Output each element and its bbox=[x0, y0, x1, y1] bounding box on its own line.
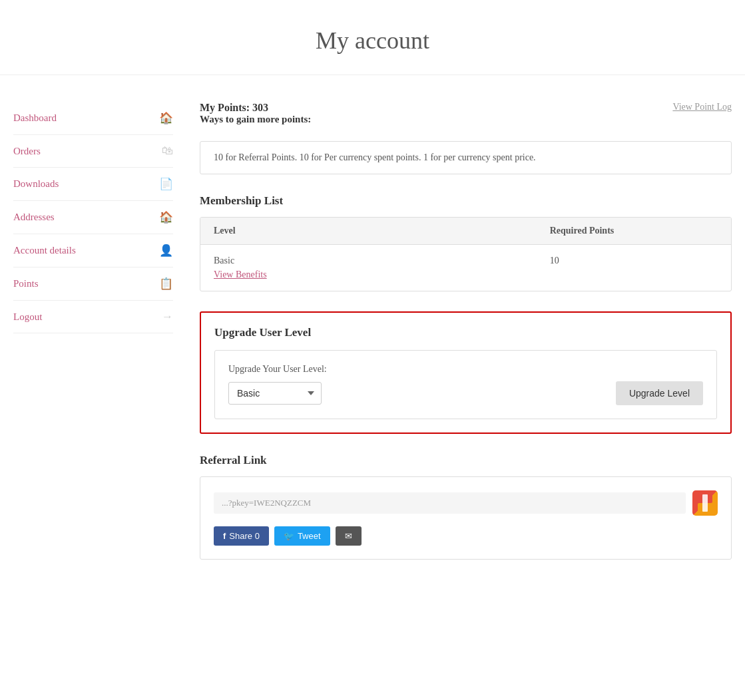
sidebar-item-orders[interactable]: Orders 🛍 bbox=[13, 135, 173, 168]
addresses-icon: 🏠 bbox=[159, 210, 173, 224]
cell-level: Basic View Benefits bbox=[214, 256, 550, 280]
col-level: Level bbox=[214, 226, 550, 236]
referral-url-row: ...?pkey=IWE2NQZZCM bbox=[214, 490, 718, 516]
view-benefits-link[interactable]: View Benefits bbox=[214, 269, 267, 279]
sidebar-label-downloads: Downloads bbox=[13, 178, 59, 190]
sidebar-label-addresses: Addresses bbox=[13, 212, 55, 223]
dashboard-icon: 🏠 bbox=[159, 111, 173, 125]
sidebar-label-dashboard: Dashboard bbox=[13, 112, 57, 124]
multicolor-brand-icon bbox=[692, 490, 718, 516]
sidebar-label-logout: Logout bbox=[13, 311, 42, 323]
upgrade-level-select[interactable]: Basic bbox=[228, 382, 322, 405]
points-icon: 📋 bbox=[159, 277, 173, 291]
logout-icon: → bbox=[162, 310, 173, 323]
referral-url: ...?pkey=IWE2NQZZCM bbox=[214, 492, 686, 514]
account-details-icon: 👤 bbox=[159, 244, 173, 258]
social-buttons: f Share 0 🐦 Tweet ✉ bbox=[214, 526, 718, 546]
main-content: My Points: 303 Ways to gain more points:… bbox=[200, 102, 732, 560]
membership-table: Level Required Points Basic View Benefit… bbox=[200, 217, 732, 291]
view-point-log-link[interactable]: View Point Log bbox=[672, 102, 732, 112]
referral-title: Referral Link bbox=[200, 454, 732, 467]
table-row: Basic View Benefits 10 bbox=[200, 245, 731, 291]
page-title: My account bbox=[0, 0, 745, 75]
referral-section: Referral Link ...?pkey=IWE2NQZZCM f bbox=[200, 454, 732, 560]
tweet-label: Tweet bbox=[298, 531, 321, 541]
sidebar-item-logout[interactable]: Logout → bbox=[13, 301, 173, 333]
referral-box: ...?pkey=IWE2NQZZCM f Share 0 bbox=[200, 476, 732, 560]
upgrade-inner: Upgrade Your User Level: Basic Upgrade L… bbox=[214, 350, 717, 419]
sidebar-item-downloads[interactable]: Downloads 📄 bbox=[13, 168, 173, 201]
email-icon: ✉ bbox=[345, 531, 352, 541]
sidebar-label-account-details: Account details bbox=[13, 245, 76, 256]
cell-required-points: 10 bbox=[550, 256, 718, 280]
upgrade-label: Upgrade Your User Level: bbox=[228, 364, 703, 375]
twitter-icon: 🐦 bbox=[284, 531, 294, 541]
email-share-button[interactable]: ✉ bbox=[336, 526, 362, 546]
upgrade-title: Upgrade User Level bbox=[214, 326, 717, 339]
twitter-tweet-button[interactable]: 🐦 Tweet bbox=[274, 526, 330, 546]
svg-rect-2 bbox=[702, 494, 708, 512]
table-header: Level Required Points bbox=[200, 218, 731, 245]
downloads-icon: 📄 bbox=[159, 177, 173, 191]
col-required-points: Required Points bbox=[550, 226, 718, 236]
sidebar: Dashboard 🏠 Orders 🛍 Downloads 📄 Address… bbox=[13, 102, 173, 560]
ways-to-gain-title: Ways to gain more points: bbox=[200, 114, 311, 125]
membership-section: Membership List Level Required Points Ba… bbox=[200, 194, 732, 291]
fb-label: Share 0 bbox=[229, 531, 260, 541]
points-title: My Points: 303 bbox=[200, 102, 311, 114]
fb-icon: f bbox=[223, 531, 226, 541]
membership-title: Membership List bbox=[200, 194, 732, 208]
facebook-share-button[interactable]: f Share 0 bbox=[214, 526, 269, 546]
sidebar-label-points: Points bbox=[13, 278, 39, 289]
sidebar-item-points[interactable]: Points 📋 bbox=[13, 267, 173, 301]
points-header: My Points: 303 Ways to gain more points:… bbox=[200, 102, 732, 133]
sidebar-item-addresses[interactable]: Addresses 🏠 bbox=[13, 201, 173, 234]
upgrade-controls: Basic Upgrade Level bbox=[228, 381, 703, 405]
upgrade-level-button[interactable]: Upgrade Level bbox=[616, 381, 703, 405]
upgrade-section: Upgrade User Level Upgrade Your User Lev… bbox=[200, 311, 732, 434]
sidebar-label-orders: Orders bbox=[13, 146, 41, 157]
sidebar-item-dashboard[interactable]: Dashboard 🏠 bbox=[13, 102, 173, 135]
ways-text: 10 for Referral Points. 10 for Per curre… bbox=[214, 152, 536, 162]
level-name: Basic bbox=[214, 256, 550, 266]
orders-icon: 🛍 bbox=[162, 144, 173, 158]
sidebar-item-account-details[interactable]: Account details 👤 bbox=[13, 234, 173, 267]
ways-info-box: 10 for Referral Points. 10 for Per curre… bbox=[200, 141, 732, 174]
